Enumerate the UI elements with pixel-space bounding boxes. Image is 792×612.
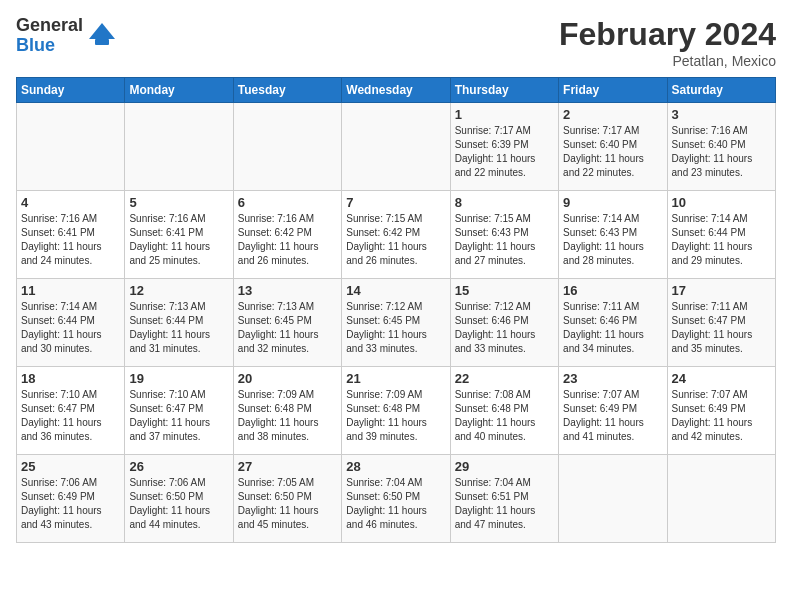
day-info: Sunrise: 7:14 AMSunset: 6:43 PMDaylight:… [563, 212, 662, 268]
calendar-week-2: 4Sunrise: 7:16 AMSunset: 6:41 PMDaylight… [17, 191, 776, 279]
day-info: Sunrise: 7:16 AMSunset: 6:42 PMDaylight:… [238, 212, 337, 268]
calendar-cell: 8Sunrise: 7:15 AMSunset: 6:43 PMDaylight… [450, 191, 558, 279]
day-number: 27 [238, 459, 337, 474]
day-number: 12 [129, 283, 228, 298]
day-info: Sunrise: 7:11 AMSunset: 6:47 PMDaylight:… [672, 300, 771, 356]
calendar-cell: 7Sunrise: 7:15 AMSunset: 6:42 PMDaylight… [342, 191, 450, 279]
calendar-cell [342, 103, 450, 191]
day-info: Sunrise: 7:13 AMSunset: 6:44 PMDaylight:… [129, 300, 228, 356]
day-number: 11 [21, 283, 120, 298]
svg-rect-1 [95, 39, 109, 45]
col-header-saturday: Saturday [667, 78, 775, 103]
day-number: 5 [129, 195, 228, 210]
calendar-cell: 22Sunrise: 7:08 AMSunset: 6:48 PMDayligh… [450, 367, 558, 455]
day-info: Sunrise: 7:12 AMSunset: 6:46 PMDaylight:… [455, 300, 554, 356]
day-info: Sunrise: 7:04 AMSunset: 6:51 PMDaylight:… [455, 476, 554, 532]
day-info: Sunrise: 7:12 AMSunset: 6:45 PMDaylight:… [346, 300, 445, 356]
calendar-cell: 24Sunrise: 7:07 AMSunset: 6:49 PMDayligh… [667, 367, 775, 455]
calendar-table: SundayMondayTuesdayWednesdayThursdayFrid… [16, 77, 776, 543]
day-number: 9 [563, 195, 662, 210]
calendar-week-1: 1Sunrise: 7:17 AMSunset: 6:39 PMDaylight… [17, 103, 776, 191]
day-number: 3 [672, 107, 771, 122]
day-info: Sunrise: 7:06 AMSunset: 6:49 PMDaylight:… [21, 476, 120, 532]
logo-text: General Blue [16, 16, 83, 56]
calendar-cell: 21Sunrise: 7:09 AMSunset: 6:48 PMDayligh… [342, 367, 450, 455]
day-info: Sunrise: 7:10 AMSunset: 6:47 PMDaylight:… [21, 388, 120, 444]
calendar-cell: 9Sunrise: 7:14 AMSunset: 6:43 PMDaylight… [559, 191, 667, 279]
day-info: Sunrise: 7:09 AMSunset: 6:48 PMDaylight:… [346, 388, 445, 444]
calendar-cell: 1Sunrise: 7:17 AMSunset: 6:39 PMDaylight… [450, 103, 558, 191]
day-info: Sunrise: 7:17 AMSunset: 6:40 PMDaylight:… [563, 124, 662, 180]
day-info: Sunrise: 7:05 AMSunset: 6:50 PMDaylight:… [238, 476, 337, 532]
day-number: 18 [21, 371, 120, 386]
calendar-cell: 11Sunrise: 7:14 AMSunset: 6:44 PMDayligh… [17, 279, 125, 367]
calendar-week-5: 25Sunrise: 7:06 AMSunset: 6:49 PMDayligh… [17, 455, 776, 543]
logo-blue: Blue [16, 36, 83, 56]
day-info: Sunrise: 7:17 AMSunset: 6:39 PMDaylight:… [455, 124, 554, 180]
logo-general: General [16, 16, 83, 36]
col-header-wednesday: Wednesday [342, 78, 450, 103]
day-info: Sunrise: 7:14 AMSunset: 6:44 PMDaylight:… [672, 212, 771, 268]
title-area: February 2024 Petatlan, Mexico [559, 16, 776, 69]
day-number: 25 [21, 459, 120, 474]
day-info: Sunrise: 7:09 AMSunset: 6:48 PMDaylight:… [238, 388, 337, 444]
day-number: 2 [563, 107, 662, 122]
calendar-cell: 12Sunrise: 7:13 AMSunset: 6:44 PMDayligh… [125, 279, 233, 367]
calendar-cell [17, 103, 125, 191]
day-number: 23 [563, 371, 662, 386]
calendar-cell: 2Sunrise: 7:17 AMSunset: 6:40 PMDaylight… [559, 103, 667, 191]
day-info: Sunrise: 7:16 AMSunset: 6:40 PMDaylight:… [672, 124, 771, 180]
calendar-cell: 3Sunrise: 7:16 AMSunset: 6:40 PMDaylight… [667, 103, 775, 191]
day-number: 10 [672, 195, 771, 210]
day-number: 20 [238, 371, 337, 386]
calendar-week-3: 11Sunrise: 7:14 AMSunset: 6:44 PMDayligh… [17, 279, 776, 367]
col-header-friday: Friday [559, 78, 667, 103]
calendar-cell: 5Sunrise: 7:16 AMSunset: 6:41 PMDaylight… [125, 191, 233, 279]
day-info: Sunrise: 7:13 AMSunset: 6:45 PMDaylight:… [238, 300, 337, 356]
logo: General Blue [16, 16, 117, 56]
day-info: Sunrise: 7:14 AMSunset: 6:44 PMDaylight:… [21, 300, 120, 356]
month-year: February 2024 [559, 16, 776, 53]
day-number: 13 [238, 283, 337, 298]
calendar-cell: 6Sunrise: 7:16 AMSunset: 6:42 PMDaylight… [233, 191, 341, 279]
page-header: General Blue February 2024 Petatlan, Mex… [16, 16, 776, 69]
calendar-cell: 25Sunrise: 7:06 AMSunset: 6:49 PMDayligh… [17, 455, 125, 543]
col-header-monday: Monday [125, 78, 233, 103]
day-number: 1 [455, 107, 554, 122]
calendar-cell: 16Sunrise: 7:11 AMSunset: 6:46 PMDayligh… [559, 279, 667, 367]
day-info: Sunrise: 7:16 AMSunset: 6:41 PMDaylight:… [129, 212, 228, 268]
day-number: 28 [346, 459, 445, 474]
day-info: Sunrise: 7:06 AMSunset: 6:50 PMDaylight:… [129, 476, 228, 532]
day-number: 14 [346, 283, 445, 298]
calendar-cell [667, 455, 775, 543]
calendar-cell: 18Sunrise: 7:10 AMSunset: 6:47 PMDayligh… [17, 367, 125, 455]
day-info: Sunrise: 7:04 AMSunset: 6:50 PMDaylight:… [346, 476, 445, 532]
day-number: 8 [455, 195, 554, 210]
calendar-cell: 29Sunrise: 7:04 AMSunset: 6:51 PMDayligh… [450, 455, 558, 543]
calendar-cell: 20Sunrise: 7:09 AMSunset: 6:48 PMDayligh… [233, 367, 341, 455]
day-number: 7 [346, 195, 445, 210]
day-info: Sunrise: 7:07 AMSunset: 6:49 PMDaylight:… [563, 388, 662, 444]
calendar-cell: 10Sunrise: 7:14 AMSunset: 6:44 PMDayligh… [667, 191, 775, 279]
day-number: 29 [455, 459, 554, 474]
calendar-cell: 26Sunrise: 7:06 AMSunset: 6:50 PMDayligh… [125, 455, 233, 543]
calendar-cell: 13Sunrise: 7:13 AMSunset: 6:45 PMDayligh… [233, 279, 341, 367]
day-info: Sunrise: 7:11 AMSunset: 6:46 PMDaylight:… [563, 300, 662, 356]
col-header-thursday: Thursday [450, 78, 558, 103]
day-info: Sunrise: 7:10 AMSunset: 6:47 PMDaylight:… [129, 388, 228, 444]
day-number: 21 [346, 371, 445, 386]
day-number: 22 [455, 371, 554, 386]
col-header-sunday: Sunday [17, 78, 125, 103]
calendar-cell: 14Sunrise: 7:12 AMSunset: 6:45 PMDayligh… [342, 279, 450, 367]
calendar-cell: 4Sunrise: 7:16 AMSunset: 6:41 PMDaylight… [17, 191, 125, 279]
day-number: 15 [455, 283, 554, 298]
day-info: Sunrise: 7:15 AMSunset: 6:42 PMDaylight:… [346, 212, 445, 268]
day-number: 4 [21, 195, 120, 210]
day-number: 24 [672, 371, 771, 386]
day-info: Sunrise: 7:08 AMSunset: 6:48 PMDaylight:… [455, 388, 554, 444]
calendar-week-4: 18Sunrise: 7:10 AMSunset: 6:47 PMDayligh… [17, 367, 776, 455]
calendar-cell: 28Sunrise: 7:04 AMSunset: 6:50 PMDayligh… [342, 455, 450, 543]
calendar-cell [233, 103, 341, 191]
day-info: Sunrise: 7:07 AMSunset: 6:49 PMDaylight:… [672, 388, 771, 444]
calendar-cell: 19Sunrise: 7:10 AMSunset: 6:47 PMDayligh… [125, 367, 233, 455]
